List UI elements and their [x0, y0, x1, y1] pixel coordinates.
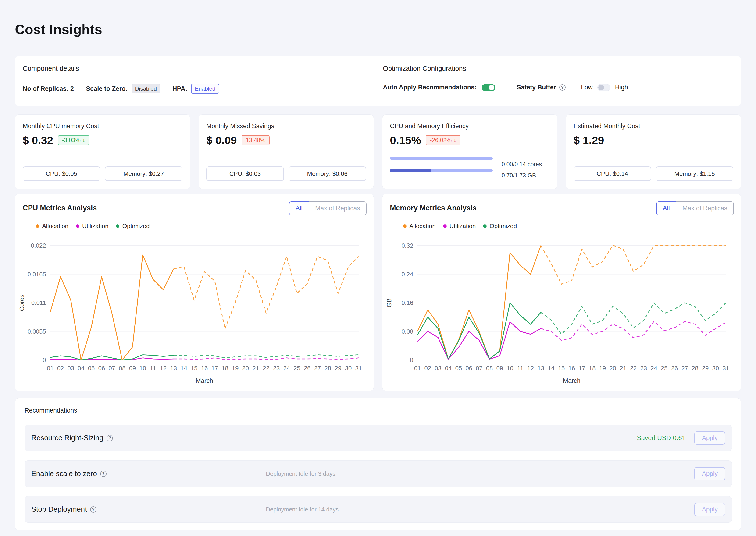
legend-dot-icon	[443, 224, 447, 228]
help-icon[interactable]: ?	[100, 471, 107, 477]
svg-text:18: 18	[222, 365, 229, 372]
recommendation-label: Resource Right-Sizing	[31, 434, 103, 442]
svg-text:21: 21	[253, 365, 259, 372]
svg-text:10: 10	[507, 365, 514, 372]
safety-high-label: High	[615, 84, 628, 91]
svg-text:04: 04	[78, 365, 85, 372]
memory-cost-pill[interactable]: Memory: $0.06	[289, 166, 366, 181]
svg-text:14: 14	[548, 365, 555, 372]
apply-button[interactable]: Apply	[694, 467, 725, 481]
legend-item-allocation[interactable]: Allocation	[403, 222, 436, 230]
svg-text:10: 10	[139, 365, 146, 372]
card-value: $ 0.09	[206, 134, 237, 147]
safety-buffer-toggle[interactable]	[597, 84, 610, 91]
svg-text:03: 03	[67, 365, 74, 372]
tab-all[interactable]: All	[656, 201, 676, 215]
legend-item-optimized[interactable]: Optimized	[116, 222, 150, 230]
apply-button[interactable]: Apply	[694, 503, 725, 516]
legend-item-optimized[interactable]: Optimized	[483, 222, 517, 230]
svg-text:19: 19	[232, 365, 239, 372]
cpu-chart-tab-group: All Max of Replicas	[289, 201, 367, 215]
details-config-card: Component details No of Replicas: 2 Scal…	[15, 56, 741, 106]
svg-text:05: 05	[455, 365, 462, 372]
monthly-missed-savings-card: Monthly Missed Savings $ 0.09 13.48% CPU…	[198, 115, 374, 189]
idle-note: Deployment Idle for 3 days	[266, 470, 335, 477]
svg-text:17: 17	[579, 365, 586, 372]
svg-text:11: 11	[517, 365, 523, 372]
svg-text:14: 14	[181, 365, 187, 372]
recommendation-row-enable-scale-to-zero: Enable scale to zero ? Deployment Idle f…	[24, 460, 732, 487]
svg-text:26: 26	[671, 365, 678, 372]
svg-text:0.011: 0.011	[31, 299, 46, 306]
cpu-cost-pill[interactable]: CPU: $0.03	[206, 166, 284, 181]
card-value: $ 1.29	[574, 134, 604, 147]
svg-text:24: 24	[283, 365, 290, 372]
help-icon[interactable]: ?	[90, 506, 96, 513]
memory-efficiency-fill	[390, 169, 431, 172]
safety-buffer-help-icon[interactable]: ?	[559, 84, 566, 90]
svg-text:March: March	[196, 377, 213, 384]
cpu-metrics-chart: 00.00550.0110.01650.02201020304050607080…	[18, 240, 368, 385]
svg-text:March: March	[563, 377, 580, 384]
card-title: Monthly Missed Savings	[206, 122, 274, 130]
cpu-cost-pill[interactable]: CPU: $0.14	[574, 166, 651, 181]
svg-text:GB: GB	[386, 298, 393, 307]
svg-text:27: 27	[681, 365, 688, 372]
legend-dot-icon	[483, 224, 486, 228]
svg-text:29: 29	[702, 365, 709, 372]
toggle-knob	[489, 85, 494, 90]
trend-badge: 13.48%	[241, 135, 270, 145]
cost-insights-page: Cost Insights Component details No of Re…	[0, 0, 756, 536]
svg-text:08: 08	[119, 365, 126, 372]
svg-text:30: 30	[712, 365, 719, 372]
svg-text:0.0055: 0.0055	[27, 328, 46, 335]
memory-cost-pill[interactable]: Memory: $1.15	[656, 166, 733, 181]
svg-text:28: 28	[325, 365, 331, 372]
svg-text:20: 20	[609, 365, 616, 372]
svg-text:06: 06	[466, 365, 472, 372]
legend-item-allocation[interactable]: Allocation	[36, 222, 68, 230]
legend-dot-icon	[36, 224, 39, 228]
svg-text:04: 04	[445, 365, 452, 372]
recommendation-row-stop-deployment: Stop Deployment ? Deployment Idle for 14…	[24, 496, 732, 523]
svg-text:23: 23	[273, 365, 280, 372]
svg-text:0: 0	[43, 356, 46, 363]
card-value: $ 0.32	[23, 134, 53, 147]
apply-button[interactable]: Apply	[694, 431, 725, 445]
svg-text:20: 20	[242, 365, 249, 372]
tab-all[interactable]: All	[289, 201, 309, 215]
auto-apply-toggle[interactable]	[482, 84, 495, 91]
svg-text:18: 18	[589, 365, 596, 372]
legend-label: Utilization	[450, 222, 476, 230]
svg-text:01: 01	[47, 365, 54, 372]
svg-text:07: 07	[109, 365, 115, 372]
memory-chart-tab-group: All Max of Replicas	[656, 201, 734, 215]
svg-text:0.08: 0.08	[401, 328, 413, 335]
help-icon[interactable]: ?	[107, 435, 113, 441]
legend-item-utilization[interactable]: Utilization	[76, 222, 109, 230]
svg-text:02: 02	[424, 365, 431, 372]
memory-metrics-chart: 00.080.160.240.3201020304050607080910111…	[385, 240, 735, 385]
chart-legend: AllocationUtilizationOptimized	[403, 222, 517, 230]
svg-text:25: 25	[294, 365, 301, 372]
legend-item-utilization[interactable]: Utilization	[443, 222, 476, 230]
tab-max-of-replicas[interactable]: Max of Replicas	[309, 201, 367, 215]
svg-text:11: 11	[150, 365, 156, 372]
svg-text:26: 26	[304, 365, 311, 372]
svg-text:31: 31	[355, 365, 362, 372]
scale-to-zero-label: Scale to Zero:	[86, 85, 128, 92]
memory-cost-pill[interactable]: Memory: $0.27	[105, 166, 182, 181]
svg-text:0.022: 0.022	[31, 242, 46, 249]
svg-text:30: 30	[345, 365, 352, 372]
auto-apply-label: Auto Apply Recommendations:	[383, 84, 477, 91]
svg-text:15: 15	[191, 365, 198, 372]
legend-label: Optimized	[489, 222, 517, 230]
card-title: Estimated Monthly Cost	[574, 122, 640, 130]
memory-metrics-card: Memory Metrics Analysis All Max of Repli…	[382, 194, 741, 391]
tab-max-of-replicas[interactable]: Max of Replicas	[676, 201, 734, 215]
svg-text:27: 27	[314, 365, 321, 372]
cpu-cost-pill[interactable]: CPU: $0.05	[23, 166, 100, 181]
hpa-badge: Enabled	[191, 84, 219, 94]
legend-dot-icon	[76, 224, 80, 228]
component-details-section: Component details No of Replicas: 2 Scal…	[23, 65, 79, 72]
